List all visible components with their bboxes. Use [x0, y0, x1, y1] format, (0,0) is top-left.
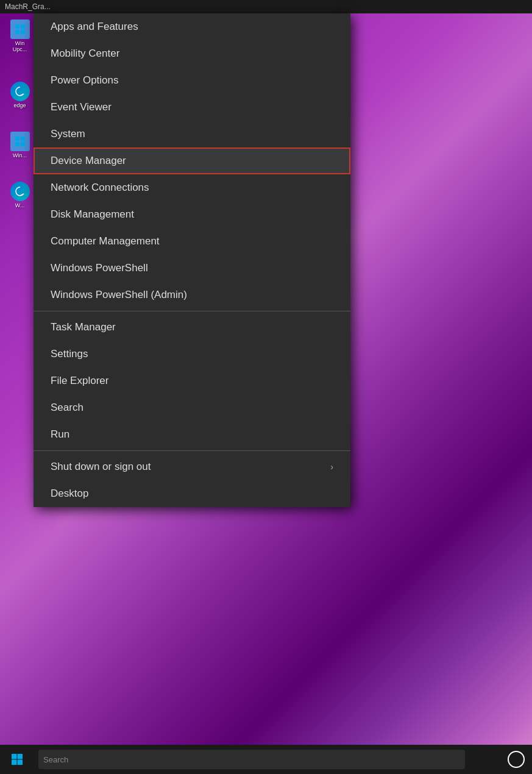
taskbar-circle-icon [508, 751, 525, 768]
desktop-icon-win3[interactable]: W... [3, 182, 37, 208]
menu-item-computer-management[interactable]: Computer Management [34, 228, 350, 255]
svg-rect-9 [17, 754, 23, 759]
desktop-icons: WinUpc... edge Win... W... [0, 13, 37, 215]
svg-rect-7 [21, 142, 25, 146]
taskbar: Search [0, 745, 532, 774]
menu-item-shut-down[interactable]: Shut down or sign out › [34, 453, 350, 480]
svg-rect-3 [21, 30, 25, 34]
menu-item-file-explorer[interactable]: File Explorer [34, 367, 350, 394]
icon-label-win3: W... [15, 202, 25, 208]
icon-image-edge [10, 82, 30, 101]
svg-rect-5 [21, 137, 25, 141]
taskbar-right [508, 751, 532, 768]
desktop-icon-edge[interactable]: edge [3, 82, 37, 108]
taskbar-search[interactable]: Search [38, 750, 465, 769]
desktop-icon-1[interactable]: WinUpc... [3, 20, 37, 52]
divider-1 [34, 311, 350, 311]
icon-image-1 [10, 20, 30, 39]
icon-image-win3 [10, 182, 30, 201]
menu-item-search[interactable]: Search [34, 394, 350, 421]
title-text: MachR_Gra... [5, 2, 51, 11]
icon-label-edge: edge [13, 102, 26, 108]
icon-label-win2: Win... [13, 152, 27, 158]
menu-item-power-options[interactable]: Power Options [34, 67, 350, 94]
title-bar: MachR_Gra... [0, 0, 532, 13]
menu-item-windows-powershell-admin[interactable]: Windows PowerShell (Admin) [34, 282, 350, 308]
menu-item-desktop[interactable]: Desktop [34, 480, 350, 507]
windows-icon [11, 753, 23, 765]
svg-rect-1 [21, 24, 25, 29]
menu-item-apps-and-features[interactable]: Apps and Features [34, 13, 350, 40]
menu-item-disk-management[interactable]: Disk Management [34, 201, 350, 228]
context-menu: Apps and Features Mobility Center Power … [34, 13, 350, 507]
svg-rect-6 [15, 142, 20, 146]
menu-item-mobility-center[interactable]: Mobility Center [34, 40, 350, 67]
desktop-icon-win2[interactable]: Win... [3, 132, 37, 158]
chevron-right-icon: › [330, 462, 333, 472]
svg-rect-2 [15, 30, 20, 34]
menu-item-event-viewer[interactable]: Event Viewer [34, 94, 350, 121]
icon-label-1: WinUpc... [13, 40, 27, 52]
menu-item-device-manager[interactable]: Device Manager [34, 147, 350, 174]
menu-item-windows-powershell[interactable]: Windows PowerShell [34, 255, 350, 282]
svg-rect-11 [17, 760, 23, 765]
menu-item-settings[interactable]: Settings [34, 341, 350, 367]
start-button[interactable] [0, 745, 34, 774]
menu-item-system[interactable]: System [34, 121, 350, 147]
icon-image-win2 [10, 132, 30, 151]
menu-item-run[interactable]: Run [34, 421, 350, 448]
svg-rect-0 [15, 24, 20, 29]
menu-item-task-manager[interactable]: Task Manager [34, 314, 350, 341]
divider-2 [34, 450, 350, 451]
svg-rect-8 [12, 754, 17, 759]
search-placeholder: Search [43, 755, 68, 764]
svg-rect-4 [15, 137, 20, 141]
menu-item-network-connections[interactable]: Network Connections [34, 174, 350, 201]
svg-rect-10 [12, 760, 17, 765]
